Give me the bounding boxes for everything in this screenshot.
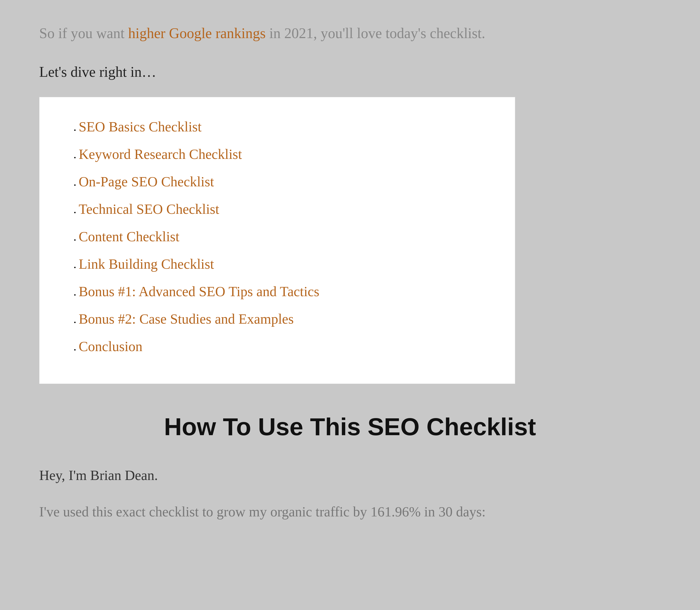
toc-item-2: Keyword Research Checklist <box>79 144 493 164</box>
toc-link-bonus-2[interactable]: Bonus #2: Case Studies and Examples <box>79 311 294 327</box>
toc-link-content[interactable]: Content Checklist <box>79 229 180 244</box>
dive-text: Let's dive right in… <box>39 61 661 83</box>
toc-item-6: Link Building Checklist <box>79 254 493 274</box>
toc-list: SEO Basics Checklist Keyword Research Ch… <box>62 117 493 356</box>
toc-link-link-building[interactable]: Link Building Checklist <box>79 256 214 272</box>
section-heading: How To Use This SEO Checklist <box>39 412 661 442</box>
toc-link-keyword-research[interactable]: Keyword Research Checklist <box>79 146 242 162</box>
toc-link-seo-basics[interactable]: SEO Basics Checklist <box>79 119 202 134</box>
toc-link-bonus-1[interactable]: Bonus #1: Advanced SEO Tips and Tactics <box>79 284 319 299</box>
table-of-contents: SEO Basics Checklist Keyword Research Ch… <box>39 97 515 384</box>
toc-link-technical-seo[interactable]: Technical SEO Checklist <box>79 201 219 217</box>
intro-paragraph: So if you want higher Google rankings in… <box>39 22 661 44</box>
toc-item-9: Conclusion <box>79 337 493 356</box>
toc-item-1: SEO Basics Checklist <box>79 117 493 137</box>
toc-item-3: On-Page SEO Checklist <box>79 172 493 191</box>
toc-link-on-page-seo[interactable]: On-Page SEO Checklist <box>79 174 214 189</box>
body-paragraph-1: Hey, I'm Brian Dean. <box>39 464 661 486</box>
toc-item-4: Technical SEO Checklist <box>79 199 493 219</box>
body-paragraph-2: I've used this exact checklist to grow m… <box>39 500 661 523</box>
toc-item-7: Bonus #1: Advanced SEO Tips and Tactics <box>79 282 493 301</box>
intro-before-link: So if you want <box>39 25 128 41</box>
toc-item-8: Bonus #2: Case Studies and Examples <box>79 309 493 329</box>
toc-item-5: Content Checklist <box>79 227 493 246</box>
intro-after-link: in 2021, you'll love today's checklist. <box>266 25 485 41</box>
toc-link-conclusion[interactable]: Conclusion <box>79 338 143 354</box>
intro-link[interactable]: higher Google rankings <box>128 25 266 41</box>
